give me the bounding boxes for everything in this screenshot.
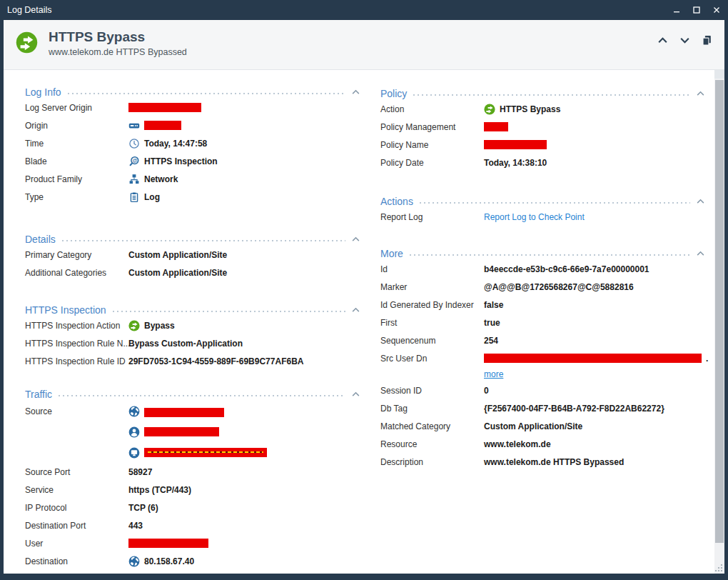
redaction-bar <box>144 427 219 436</box>
field-label: HTTPS Inspection Rule ID <box>25 356 128 366</box>
vertical-scrollbar[interactable] <box>714 70 724 574</box>
dotted-divider <box>413 94 690 96</box>
row-ip-protocol: IP ProtocolTCP (6) <box>25 499 360 516</box>
field-value: Custom Application/Site <box>128 268 227 278</box>
dotted-divider <box>113 311 345 312</box>
field-label: Destination Port <box>25 521 128 531</box>
close-button[interactable] <box>708 3 725 17</box>
window-controls <box>668 3 728 17</box>
field-label: Product Family <box>25 174 128 184</box>
field-label: Id Generated By Indexer <box>380 300 484 310</box>
section-title: Log Info <box>25 86 61 98</box>
row-policy-name: Policy Name <box>380 136 705 154</box>
row-time: TimeToday, 14:47:58 <box>25 134 360 152</box>
row-sequencenum: Sequencenum254 <box>380 331 705 349</box>
field-value: Today, 14:38:10 <box>484 158 547 168</box>
next-log-button[interactable] <box>679 34 691 46</box>
row-db-tag: Db Tag{F2567400-04F7-B64B-A792-F8D22AB62… <box>380 399 705 417</box>
row-destination: Destination80.158.67.40 <box>25 552 360 570</box>
bypass-icon <box>16 31 38 54</box>
copy-button[interactable] <box>701 34 713 46</box>
field-value: Bypass <box>144 321 175 331</box>
field-value: 58927 <box>128 467 152 477</box>
field-label: First <box>380 318 484 328</box>
field-label: Source <box>25 406 128 416</box>
field-value: b4eeccde-e53b-c9c6-66e9-7a7e00000001 <box>484 264 649 274</box>
field-value: HTTPS Bypass <box>500 104 560 114</box>
field-value: www.telekom.de <box>484 439 551 449</box>
field-label: Report Log <box>380 212 484 222</box>
field-label: Db Tag <box>380 404 484 414</box>
field-label: Action <box>380 104 484 114</box>
row-first: Firsttrue <box>380 314 705 331</box>
section-header: Details <box>25 233 360 246</box>
row-source: SourceKD-492-231 (10.5.2.53) <box>25 401 360 421</box>
field-value: {F2567400-04F7-B64B-A792-F8D22AB62272} <box>484 404 664 414</box>
row-source-port: Source Port58927 <box>25 463 360 481</box>
row-policy-date: Policy DateToday, 14:38:10 <box>380 154 705 171</box>
dotted-divider <box>410 254 690 256</box>
field-value: @A@@B@1726568267@C@5882816 <box>484 282 634 292</box>
section-header: Actions <box>380 195 705 208</box>
section-header: More <box>380 247 705 260</box>
row-id-generated-by-indexer: Id Generated By Indexerfalse <box>380 296 705 314</box>
collapse-chevron-icon[interactable] <box>351 88 360 97</box>
row-primary-category: Primary CategoryCustom Application/Site <box>25 246 360 264</box>
field-label: Primary Category <box>25 250 128 260</box>
row-session-id: Session ID0 <box>380 381 705 399</box>
maximize-button[interactable] <box>688 3 705 17</box>
field-label: Resource <box>380 439 484 449</box>
collapse-chevron-icon[interactable] <box>351 306 360 315</box>
collapse-chevron-icon[interactable] <box>696 197 705 206</box>
dotted-divider <box>68 93 345 94</box>
redaction-bar <box>144 121 181 130</box>
collapse-chevron-icon[interactable] <box>696 249 705 259</box>
field-value: Custom Application/Site <box>128 250 227 260</box>
field-label: Session ID <box>380 386 484 396</box>
field-value: Log <box>144 192 160 202</box>
field-label: Policy Management <box>380 122 484 132</box>
field-value: Custom Application/Site <box>484 421 582 431</box>
log-header: HTTPS Bypass www.telekom.de HTTPS Bypass… <box>4 20 724 70</box>
collapse-chevron-icon[interactable] <box>351 390 360 399</box>
field-label: Id <box>380 264 484 274</box>
titlebar: Log Details <box>0 0 728 20</box>
host-icon <box>128 447 140 459</box>
row-id: Idb4eeccde-e53b-c9c6-66e9-7a7e00000001 <box>380 260 705 278</box>
field-label: Policy Name <box>380 140 484 150</box>
collapse-chevron-icon[interactable] <box>696 89 705 99</box>
field-label: Marker <box>380 282 484 292</box>
minimize-button[interactable] <box>668 3 685 17</box>
more-link[interactable]: more <box>484 369 503 379</box>
scrollbar-thumb[interactable] <box>715 80 724 543</box>
field-label: Blade <box>25 156 128 166</box>
report-log-link[interactable]: Report Log to Check Point <box>484 212 585 222</box>
previous-log-button[interactable] <box>657 34 669 46</box>
field-label: Service <box>25 485 128 495</box>
gateway-icon <box>128 120 140 131</box>
field-label: Additional Categories <box>25 268 128 278</box>
section-header: Policy <box>380 87 705 100</box>
section-title: Actions <box>380 196 413 207</box>
https-inspection-icon: @ <box>128 156 140 167</box>
row-https-inspection-rule-n: HTTPS Inspection Rule N...Bypass Custom-… <box>25 334 360 352</box>
collapse-chevron-icon[interactable] <box>351 235 360 244</box>
row-https-inspection-action: HTTPS Inspection ActionBypass <box>25 316 360 334</box>
section-header: Traffic <box>25 388 360 401</box>
clock-icon <box>128 138 140 149</box>
field-value: Bypass Custom-Application <box>128 339 243 349</box>
resize-grip[interactable] <box>714 563 724 573</box>
field-value: true <box>484 318 500 328</box>
field-label: Destination <box>25 556 128 566</box>
field-value: false <box>484 300 503 310</box>
redaction-bar <box>484 122 508 131</box>
section-title: Traffic <box>25 389 52 400</box>
row-src-user-dn: Src User Dn. <box>380 349 705 367</box>
value-suffix: . <box>706 354 708 364</box>
row-marker: Marker@A@@B@1726568267@C@5882816 <box>380 278 705 296</box>
field-value: 254 <box>484 336 498 346</box>
field-label: Src User Dn <box>380 354 484 364</box>
scrollbar-track-top[interactable] <box>714 70 724 79</box>
field-value: TCP (6) <box>128 503 158 513</box>
row-resource: Resourcewww.telekom.de <box>380 435 705 453</box>
